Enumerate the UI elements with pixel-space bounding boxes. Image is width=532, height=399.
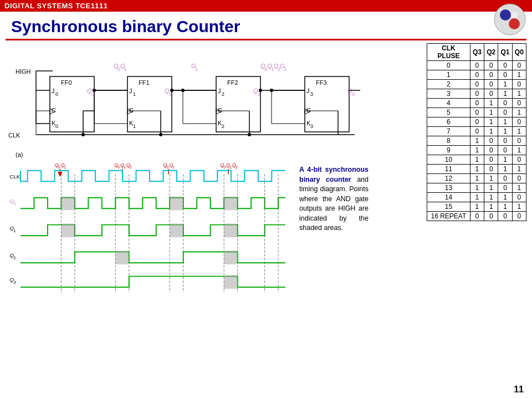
table-cell: 0 xyxy=(512,193,526,202)
truth-table: CLKPLUSE Q3 Q2 Q1 Q0 0000010001200103001… xyxy=(427,43,526,293)
svg-text:FF3: FF3 xyxy=(316,79,327,86)
table-cell: 1 xyxy=(470,183,484,193)
page-number: 11 xyxy=(514,385,524,395)
table-cell: 1 xyxy=(470,165,484,174)
svg-text:2: 2 xyxy=(130,165,132,169)
table-row: 151111 xyxy=(427,202,526,212)
table-cell: 6 xyxy=(427,117,470,127)
svg-text:0: 0 xyxy=(58,165,60,169)
svg-text:1: 1 xyxy=(169,91,172,97)
svg-text:1: 1 xyxy=(124,66,127,72)
table-row: 111011 xyxy=(427,165,526,174)
svg-text:0: 0 xyxy=(55,124,58,129)
svg-rect-132 xyxy=(170,197,183,210)
table-cell: 1 xyxy=(470,146,484,155)
svg-text:3: 3 xyxy=(310,91,313,97)
table-cell: 1 xyxy=(498,127,512,136)
svg-rect-148 xyxy=(224,251,237,264)
table-cell: 0 xyxy=(498,174,512,183)
table-cell: 1 xyxy=(512,108,526,117)
svg-text:1: 1 xyxy=(133,91,136,97)
timing-diagram-container: CLK Q 0 Q 1 Q 2 Q 3 Q 0 Q 1 xyxy=(6,162,424,293)
svg-point-94 xyxy=(170,89,173,92)
table-cell: 0 xyxy=(512,61,526,70)
table-cell: 0 xyxy=(512,212,526,221)
table-row: 101010 xyxy=(427,155,526,165)
table-cell: 1 xyxy=(498,202,512,212)
main-content: HIGH CLK (a) FF0 J 0 xyxy=(0,40,532,295)
table-cell: 1 xyxy=(427,70,470,80)
table-row: 30011 xyxy=(427,89,526,99)
svg-rect-131 xyxy=(61,197,74,210)
svg-text:(a): (a) xyxy=(16,151,23,158)
table-cell: 1 xyxy=(512,70,526,80)
svg-text:2: 2 xyxy=(278,66,280,72)
table-cell: 0 xyxy=(498,146,512,155)
description-text: and timing diagram. Points where the AND… xyxy=(299,176,369,232)
svg-text:3: 3 xyxy=(352,91,355,97)
table-cell: 1 xyxy=(512,127,526,136)
table-cell: 0 xyxy=(484,212,498,221)
table-cell: 0 xyxy=(512,80,526,89)
svg-rect-147 xyxy=(115,251,129,264)
table-cell: 1 xyxy=(498,80,512,89)
table-cell: 4 xyxy=(427,99,470,108)
table-cell: 0 xyxy=(470,99,484,108)
svg-text:0: 0 xyxy=(166,165,168,169)
table-cell: 0 xyxy=(498,99,512,108)
table-cell: 1 xyxy=(470,155,484,165)
table-cell: 0 xyxy=(484,61,498,70)
table-row: 121100 xyxy=(427,174,526,183)
table-cell: 9 xyxy=(427,146,470,155)
table-cell: 0 xyxy=(498,108,512,117)
table-cell: 7 xyxy=(427,127,470,136)
table-cell: 0 xyxy=(470,61,484,70)
table-cell: 1 xyxy=(498,117,512,127)
table-header-row: CLKPLUSE Q3 Q2 Q1 Q0 xyxy=(427,44,526,61)
svg-text:0: 0 xyxy=(91,91,94,97)
table-cell: 0 xyxy=(470,212,484,221)
table-row: 00000 xyxy=(427,61,526,70)
svg-text:2: 2 xyxy=(236,165,238,169)
table-cell: 3 xyxy=(427,89,470,99)
svg-point-3 xyxy=(511,12,518,18)
svg-text:FF1: FF1 xyxy=(139,79,150,86)
table-cell: 0 xyxy=(512,99,526,108)
table-body: 0000010001200103001140100501016011070111… xyxy=(427,61,526,221)
timing-diagram: CLK Q 0 Q 1 Q 2 Q 3 Q 0 Q 1 xyxy=(6,162,294,293)
state-table: CLKPLUSE Q3 Q2 Q1 Q0 0000010001200103001… xyxy=(427,43,526,221)
table-cell: 13 xyxy=(427,183,470,193)
svg-text:1: 1 xyxy=(195,66,198,72)
header-bar: DIGITAL SYSTEMS TCE1111 xyxy=(0,0,532,12)
table-cell: 1 xyxy=(498,155,512,165)
svg-text:1: 1 xyxy=(172,165,175,169)
col-header-q0: Q0 xyxy=(512,44,526,61)
table-cell: 1 xyxy=(512,165,526,174)
table-cell: 1 xyxy=(484,183,498,193)
table-row: 131101 xyxy=(427,183,526,193)
table-cell: 1 xyxy=(484,174,498,183)
svg-point-0 xyxy=(494,4,525,35)
svg-text:1: 1 xyxy=(124,165,126,169)
table-cell: 11 xyxy=(427,165,470,174)
table-cell: 0 xyxy=(498,183,512,193)
svg-text:2: 2 xyxy=(222,91,224,97)
diagram-area: HIGH CLK (a) FF0 J 0 xyxy=(6,43,424,293)
circuit-diagram: HIGH CLK (a) FF0 J 0 xyxy=(6,43,366,160)
table-cell: 8 xyxy=(427,136,470,146)
logo xyxy=(493,3,526,36)
table-row: 70111 xyxy=(427,127,526,136)
table-cell: 0 xyxy=(484,155,498,165)
table-cell: 12 xyxy=(427,174,470,183)
svg-rect-136 xyxy=(224,224,237,237)
table-cell: 5 xyxy=(427,108,470,117)
table-row: 81000 xyxy=(427,136,526,146)
table-cell: 0 xyxy=(512,117,526,127)
table-row: 50101 xyxy=(427,108,526,117)
svg-text:3: 3 xyxy=(310,124,313,129)
table-cell: 14 xyxy=(427,193,470,202)
svg-text:0: 0 xyxy=(117,165,120,169)
page-title: Synchronous binary Counter xyxy=(0,12,532,39)
svg-rect-134 xyxy=(61,224,74,237)
table-row: 16 REPEAT0000 xyxy=(427,212,526,221)
